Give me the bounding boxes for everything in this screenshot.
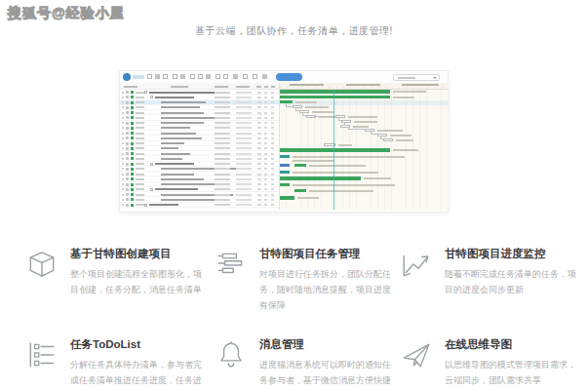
gantt-bar (280, 171, 290, 174)
gantt-bar-label (393, 91, 426, 93)
gantt-bar-label (364, 177, 391, 179)
calendar-icon (126, 173, 129, 176)
feature-description: 分解任务具体待办清单，参与者完成任务清单推进任务进度，任务进度自动化 (70, 358, 209, 390)
dependency-line (295, 108, 299, 111)
dependency-line (380, 136, 383, 139)
gantt-bar (294, 189, 306, 192)
status-square-icon (131, 163, 134, 166)
feature-mindmap: 在线思维导图 以思维导图的模式管理项目需求，云端同步，团队需求共享 (400, 336, 585, 390)
gantt-bar-label (377, 130, 403, 132)
status-square-icon (131, 122, 134, 125)
gantt-bar (383, 138, 393, 141)
feature-grid: 基于甘特图创建项目 整个项目创建流程全部图形化，项目创建，任务分配，消息任务清单… (0, 246, 588, 390)
calendar-icon (126, 122, 129, 125)
toolbar-icon (233, 74, 238, 79)
feature-title: 基于甘特图创建项目 (70, 247, 209, 261)
feature-task-management: 甘特图项目任务管理 对项目进行任务拆分，团队分配任务，随时随地消息提醒，项目进度… (215, 246, 400, 313)
gantt-timeline-header (280, 83, 449, 90)
status-square-icon (131, 183, 134, 186)
app-screenshot (119, 70, 449, 213)
feature-create-project: 基于甘特图创建项目 整个项目创建流程全部图形化，项目创建，任务分配，消息任务清单 (25, 246, 215, 313)
collapse-icon (150, 163, 153, 166)
status-square-icon (131, 106, 134, 109)
status-square-icon (131, 177, 134, 180)
toolbar-icon (190, 74, 195, 79)
feature-title: 任务ToDoList (70, 337, 209, 352)
feature-description: 对项目进行任务拆分，团队分配任务，随时随地消息提醒，项目进度有保障 (259, 267, 398, 313)
task-table (120, 90, 279, 208)
dependency-line (348, 127, 365, 130)
feature-title: 消息管理 (259, 337, 398, 352)
gantt-bar-label (348, 116, 377, 118)
collapse-icon (144, 204, 147, 207)
gantt-bar-label (312, 111, 333, 113)
calendar-icon (126, 183, 129, 186)
toolbar-dropdown (393, 74, 440, 81)
gantt-bar (280, 164, 290, 167)
bell-icon (215, 338, 248, 371)
gantt-bar-label (393, 97, 414, 98)
gantt-bar-label (309, 190, 373, 192)
calendar-icon (126, 168, 129, 171)
toolbar-icon (155, 74, 160, 79)
gantt-bar-label (396, 139, 413, 141)
status-square-icon (131, 157, 134, 160)
feature-description: 整个项目创建流程全部图形化，项目创建，任务分配，消息任务清单 (70, 267, 209, 298)
calendar-icon (126, 198, 129, 201)
paper-plane-icon (400, 338, 433, 371)
app-logo-icon (123, 73, 131, 81)
status-square-icon (131, 152, 134, 155)
gantt-bar (280, 196, 294, 200)
calendar-icon (126, 132, 129, 135)
status-square-icon (131, 147, 134, 150)
calendar-icon (126, 91, 129, 94)
feature-description: 进度猫消息系统可以即时的通知任务参与者，基于微信消息方便快捷 (259, 358, 398, 389)
calendar-icon (126, 142, 129, 145)
dependency-line (371, 132, 377, 135)
calendar-icon (126, 152, 129, 155)
calendar-icon (126, 116, 129, 119)
calendar-icon (126, 157, 129, 160)
status-square-icon (131, 198, 134, 201)
dependency-line (286, 103, 293, 107)
toolbar-icon (223, 74, 228, 79)
toolbar-icon (262, 74, 267, 79)
status-square-icon (131, 193, 134, 196)
gantt-bars-icon (215, 248, 248, 281)
toolbar-icon (206, 74, 211, 79)
gantt-bar-label (390, 135, 412, 136)
gantt-bar-label (295, 101, 317, 103)
gantt-bar-label (354, 121, 377, 123)
toolbar-icon (173, 74, 177, 79)
gantt-bar-label (293, 172, 378, 174)
status-square-icon (131, 173, 134, 176)
todo-list-icon (25, 338, 59, 371)
app-logo-text (133, 75, 144, 79)
feature-title: 在线思维导图 (445, 337, 583, 352)
chevron-down-icon (433, 77, 437, 79)
dependency-line (338, 118, 341, 121)
page-title: 基于云端，团队协作，任务清单，进度管理! (0, 24, 588, 38)
calendar-icon (126, 127, 129, 130)
calendar-icon (126, 204, 129, 207)
gantt-bar (294, 164, 306, 167)
gantt-bar (280, 155, 290, 158)
gantt-bar-label (293, 156, 405, 158)
status-square-icon (131, 168, 134, 171)
watermark: 搜狐号@经验小屋 (8, 5, 125, 22)
calendar-icon (126, 106, 129, 109)
calendar-icon (126, 177, 129, 180)
gantt-bar (280, 96, 390, 98)
dependency-line (344, 123, 347, 126)
status-square-icon (131, 111, 134, 114)
feature-message-management: 消息管理 进度猫消息系统可以即时的通知任务参与者，基于微信消息方便快捷 (215, 336, 400, 390)
dependency-line (302, 113, 306, 116)
toolbar-icon (180, 74, 185, 79)
gantt-bar-label (297, 197, 319, 199)
status-square-icon (131, 116, 134, 119)
feature-description: 以思维导图的模式管理项目需求，云端同步，团队需求共享 (445, 358, 583, 389)
today-marker (333, 90, 334, 210)
status-square-icon (131, 91, 134, 94)
gantt-bar (280, 148, 390, 152)
calendar-icon (126, 111, 129, 114)
